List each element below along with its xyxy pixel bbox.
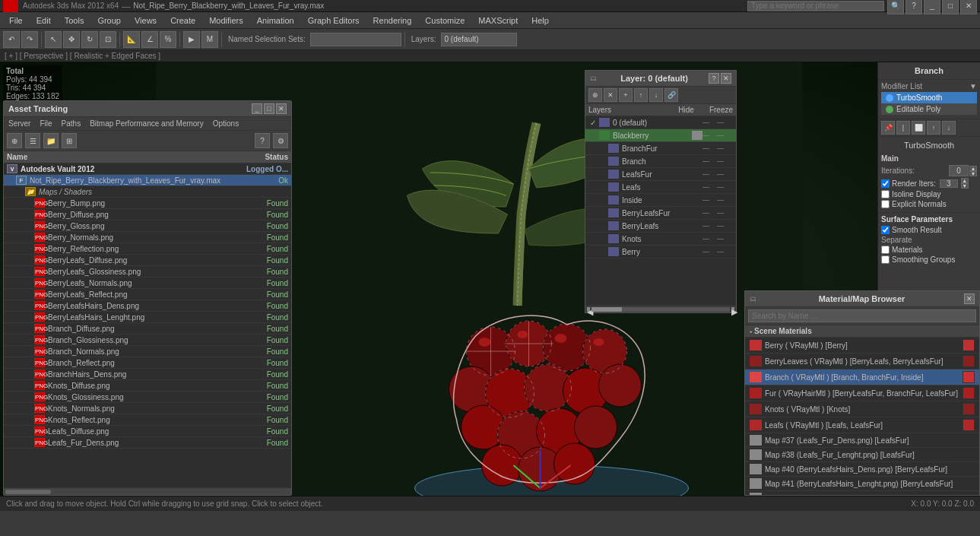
- menu-create[interactable]: Create: [164, 14, 201, 27]
- asset-row-blh-lenght[interactable]: PNG BerryLeafsHairs_Lenght.png Found: [4, 312, 291, 323]
- asset-row-knots-diffuse[interactable]: PNG Knots_Diffuse.png Found: [4, 380, 291, 392]
- move-button[interactable]: ✥: [63, 31, 80, 48]
- layers-tb-5[interactable]: ↓: [649, 88, 663, 102]
- mat-item-knots[interactable]: Knots ( VRayMtl ) [Knots]: [745, 401, 979, 417]
- menu-graph-editors[interactable]: Graph Editors: [302, 14, 366, 27]
- asset-row-maps[interactable]: 📁 Maps / Shaders: [4, 186, 291, 198]
- layers-scrollbar[interactable]: ◀ ▶: [585, 305, 736, 312]
- asset-tb-help[interactable]: ?: [255, 133, 270, 148]
- asset-tb-3[interactable]: 📁: [43, 133, 59, 148]
- menu-group[interactable]: Group: [91, 14, 127, 27]
- asset-row-file[interactable]: F Not_Ripe_Berry_Blackberry_with_Leaves_…: [4, 175, 291, 186]
- asset-menu-server[interactable]: Server: [7, 119, 32, 128]
- search-button[interactable]: 🔍: [887, 0, 904, 14]
- layers-question[interactable]: ?: [709, 73, 719, 84]
- materials-checkbox[interactable]: [881, 246, 890, 254]
- scale-button[interactable]: ⊡: [100, 31, 116, 48]
- asset-row-branchh-dens[interactable]: PNG BranchHairs_Dens.png Found: [4, 369, 291, 380]
- asset-row-bl-gloss[interactable]: PNG BerryLeafs_Glossiness.png Found: [4, 266, 291, 278]
- layer-row-leafs[interactable]: Leafs ——: [585, 181, 736, 194]
- isoline-checkbox[interactable]: [881, 190, 890, 198]
- material-search-input[interactable]: [748, 309, 976, 322]
- mod-icon-1[interactable]: 📌: [881, 121, 895, 135]
- asset-row-bl-normals[interactable]: PNG BerryLeafs_Normals.png Found: [4, 278, 291, 289]
- undo-button[interactable]: ↶: [3, 31, 20, 48]
- layer-row-branch[interactable]: Branch ——: [585, 155, 736, 168]
- mat-item-map43[interactable]: Map #43 (BranchHairs_Dens.png) [BranchFu…: [745, 491, 979, 495]
- asset-tb-4[interactable]: ⊞: [62, 133, 77, 148]
- layer-row-branchfur[interactable]: BranchFur ——: [585, 142, 736, 155]
- mod-icon-3[interactable]: ⬜: [912, 121, 925, 135]
- modifier-item-turbosmooth[interactable]: TurboSmooth: [881, 92, 977, 103]
- snap-toggle[interactable]: 📐: [123, 31, 140, 48]
- asset-tb-1[interactable]: ⊕: [7, 133, 22, 148]
- layers-tb-4[interactable]: ↑: [634, 88, 648, 102]
- render-iters-up[interactable]: ▲: [961, 178, 969, 183]
- smooth-result-checkbox[interactable]: [881, 226, 890, 234]
- asset-menu-options[interactable]: Options: [211, 119, 240, 128]
- layer-row-berry[interactable]: Berry ——: [585, 246, 736, 258]
- asset-row-branch-diffuse[interactable]: PNG Branch_Diffuse.png Found: [4, 323, 291, 335]
- menu-maxscript[interactable]: MAXScript: [472, 14, 524, 27]
- layer-row-berryleafsfur[interactable]: BerryLeafsFur ——: [585, 207, 736, 220]
- layer-row-knots[interactable]: Knots ——: [585, 233, 736, 246]
- asset-restore[interactable]: □: [264, 103, 274, 114]
- layers-scroll-right[interactable]: ▶: [731, 307, 734, 312]
- menu-animation[interactable]: Animation: [251, 14, 300, 27]
- layers-tb-6[interactable]: 🔗: [664, 88, 678, 102]
- render-iters-input[interactable]: [940, 179, 958, 188]
- mat-item-map38[interactable]: Map #38 (Leafs_Fur_Lenght.png) [LeafsFur…: [745, 448, 979, 462]
- mat-item-branch[interactable]: Branch ( VRayMtl ) [Branch, BranchFur, I…: [745, 369, 979, 385]
- asset-row-blh-dens[interactable]: PNG BerryLeafsHairs_Dens.png Found: [4, 300, 291, 312]
- named-selection-input[interactable]: [310, 33, 401, 46]
- layer-row-blackberry[interactable]: Blackberry — —: [585, 129, 736, 142]
- iterations-down[interactable]: ▼: [969, 171, 977, 176]
- asset-row-berry-gloss[interactable]: PNG Berry_Gloss.png Found: [4, 220, 291, 232]
- close-button[interactable]: ✕: [960, 0, 977, 14]
- asset-row-branch-gloss[interactable]: PNG Branch_Glossiness.png Found: [4, 335, 291, 346]
- search-input[interactable]: [747, 1, 884, 11]
- modifier-list-arrow[interactable]: ▼: [969, 82, 977, 90]
- help-button[interactable]: ?: [905, 0, 922, 14]
- asset-row-knots-reflect[interactable]: PNG Knots_Reflect.png Found: [4, 414, 291, 426]
- layer-input[interactable]: [441, 33, 517, 46]
- percent-snap[interactable]: %: [160, 31, 176, 48]
- menu-help[interactable]: Help: [525, 14, 555, 27]
- asset-row-branch-reflect[interactable]: PNG Branch_Reflect.png Found: [4, 357, 291, 369]
- rotate-button[interactable]: ↻: [81, 31, 98, 48]
- asset-row-bl-reflect[interactable]: PNG BerryLeafs_Reflect.png Found: [4, 289, 291, 300]
- redo-button[interactable]: ↷: [21, 31, 38, 48]
- asset-row-vault[interactable]: V Autodesk Vault 2012 Logged O...: [4, 163, 291, 175]
- mod-icon-4[interactable]: ↑: [927, 121, 940, 135]
- material-scene-header[interactable]: - Scene Materials: [745, 325, 979, 338]
- layers-close[interactable]: ✕: [721, 73, 731, 84]
- smoothing-groups-checkbox[interactable]: [881, 255, 890, 264]
- menu-modifiers[interactable]: Modifiers: [203, 14, 249, 27]
- asset-menu-file[interactable]: File: [38, 119, 53, 128]
- angle-snap[interactable]: ∠: [141, 31, 158, 48]
- mat-item-berry[interactable]: Berry ( VRayMtl ) [Berry]: [745, 338, 979, 354]
- layers-tb-3[interactable]: +: [619, 88, 633, 102]
- layer-row-inside[interactable]: Inside ——: [585, 194, 736, 207]
- explicit-normals-checkbox[interactable]: [881, 200, 890, 208]
- asset-row-berry-diffuse[interactable]: PNG Berry_Diffuse.png Found: [4, 209, 291, 220]
- render-button[interactable]: ▶: [183, 31, 200, 48]
- layer-row-default[interactable]: ✓ 0 (default) — —: [585, 116, 736, 129]
- mat-item-map40[interactable]: Map #40 (BerryLeafsHairs_Dens.png) [Berr…: [745, 462, 979, 477]
- asset-row-bl-diffuse[interactable]: PNG BerryLeafs_Diffuse.png Found: [4, 255, 291, 266]
- asset-tb-2[interactable]: ☰: [25, 133, 40, 148]
- asset-menu-paths[interactable]: Paths: [60, 119, 83, 128]
- iterations-up[interactable]: ▲: [969, 166, 977, 171]
- asset-scroll-thumb[interactable]: [5, 490, 51, 494]
- asset-scrollbar[interactable]: [4, 487, 291, 495]
- mat-item-leafs[interactable]: Leafs ( VRayMtl ) [Leafs, LeafsFur]: [745, 417, 979, 433]
- layer-row-berryleafs[interactable]: BerryLeafs ——: [585, 220, 736, 233]
- menu-views[interactable]: Views: [128, 14, 163, 27]
- material-close[interactable]: ✕: [964, 293, 975, 304]
- asset-minimize[interactable]: _: [252, 103, 262, 114]
- asset-row-branch-normals[interactable]: PNG Branch_Normals.png Found: [4, 346, 291, 357]
- layers-tb-1[interactable]: ⊕: [588, 88, 602, 102]
- mat-item-berryleaves[interactable]: BerryLeaves ( VRayMtl ) [BerryLeafs, Ber…: [745, 354, 979, 369]
- menu-rendering[interactable]: Rendering: [367, 14, 418, 27]
- layers-tb-2[interactable]: ✕: [604, 88, 617, 102]
